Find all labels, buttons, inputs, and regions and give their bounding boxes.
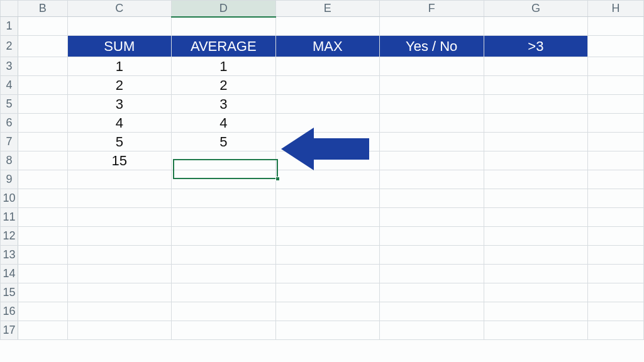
cell-H17[interactable]: [588, 321, 644, 340]
cell-F8[interactable]: [379, 151, 484, 170]
cell-B16[interactable]: [18, 302, 67, 321]
cell-B12[interactable]: [18, 227, 67, 246]
row-header-7[interactable]: 7: [1, 133, 18, 151]
cell-H10[interactable]: [588, 189, 644, 208]
col-header-G[interactable]: G: [484, 1, 588, 17]
cell-D13[interactable]: [171, 246, 275, 265]
cell-G3[interactable]: [484, 57, 588, 76]
cell-B17[interactable]: [18, 321, 67, 340]
cell-D4[interactable]: 2: [171, 76, 275, 95]
cell-G13[interactable]: [484, 246, 588, 265]
cell-E11[interactable]: [275, 208, 379, 227]
cell-C1[interactable]: [67, 17, 171, 36]
cell-E16[interactable]: [275, 302, 379, 321]
cell-H12[interactable]: [588, 227, 644, 246]
row-header-2[interactable]: 2: [1, 36, 18, 57]
cell-D6[interactable]: 4: [171, 114, 275, 133]
cell-B11[interactable]: [18, 208, 67, 227]
cell-G10[interactable]: [484, 189, 588, 208]
cell-F4[interactable]: [379, 76, 484, 95]
row-header-4[interactable]: 4: [1, 76, 18, 95]
cell-B8[interactable]: [18, 151, 67, 170]
cell-D15[interactable]: [171, 283, 275, 302]
fill-handle[interactable]: [275, 177, 280, 181]
header-sum[interactable]: SUM: [67, 36, 171, 57]
header-yesno[interactable]: Yes / No: [379, 36, 484, 57]
cell-B4[interactable]: [18, 76, 67, 95]
cell-H6[interactable]: [588, 114, 644, 133]
cell-B10[interactable]: [18, 189, 67, 208]
cell-G1[interactable]: [484, 17, 588, 36]
cell-D17[interactable]: [171, 321, 275, 340]
cell-F16[interactable]: [379, 302, 484, 321]
cell-F5[interactable]: [379, 95, 484, 114]
col-header-E[interactable]: E: [275, 1, 379, 17]
row-header-16[interactable]: 16: [1, 302, 18, 321]
cell-H14[interactable]: [588, 265, 644, 283]
col-header-H[interactable]: H: [588, 1, 644, 17]
cell-G4[interactable]: [484, 76, 588, 95]
cell-F9[interactable]: [379, 170, 484, 189]
cell-H5[interactable]: [588, 95, 644, 114]
cell-H13[interactable]: [588, 246, 644, 265]
cell-C5[interactable]: 3: [67, 95, 171, 114]
cell-F1[interactable]: [379, 17, 484, 36]
cell-E10[interactable]: [275, 189, 379, 208]
header-gt3[interactable]: >3: [484, 36, 588, 57]
cell-C3[interactable]: 1: [67, 57, 171, 76]
cell-F6[interactable]: [379, 114, 484, 133]
cell-D11[interactable]: [171, 208, 275, 227]
row-header-9[interactable]: 9: [1, 170, 18, 189]
cell-C13[interactable]: [67, 246, 171, 265]
cell-E7[interactable]: [275, 133, 379, 151]
cell-D5[interactable]: 3: [171, 95, 275, 114]
corner-cell[interactable]: [1, 1, 18, 17]
spreadsheet-grid[interactable]: B C D E F G H 1 2 SUM AVERAGE MAX Yes / …: [0, 0, 644, 340]
col-header-B[interactable]: B: [18, 1, 67, 17]
cell-C7[interactable]: 5: [67, 133, 171, 151]
row-header-6[interactable]: 6: [1, 114, 18, 133]
cell-B9[interactable]: [18, 170, 67, 189]
row-header-11[interactable]: 11: [1, 208, 18, 227]
cell-G14[interactable]: [484, 265, 588, 283]
cell-C17[interactable]: [67, 321, 171, 340]
cell-E14[interactable]: [275, 265, 379, 283]
cell-C8[interactable]: 15: [67, 151, 171, 170]
cell-B2[interactable]: [18, 36, 67, 57]
cell-H11[interactable]: [588, 208, 644, 227]
cell-D8[interactable]: [171, 151, 275, 170]
cell-C6[interactable]: 4: [67, 114, 171, 133]
cell-F3[interactable]: [379, 57, 484, 76]
cell-E8[interactable]: [275, 151, 379, 170]
cell-E12[interactable]: [275, 227, 379, 246]
cell-B6[interactable]: [18, 114, 67, 133]
cell-D10[interactable]: [171, 189, 275, 208]
row-header-5[interactable]: 5: [1, 95, 18, 114]
cell-F11[interactable]: [379, 208, 484, 227]
cell-F14[interactable]: [379, 265, 484, 283]
cell-F10[interactable]: [379, 189, 484, 208]
cell-B14[interactable]: [18, 265, 67, 283]
row-header-15[interactable]: 15: [1, 283, 18, 302]
cell-C4[interactable]: 2: [67, 76, 171, 95]
row-header-1[interactable]: 1: [1, 17, 18, 36]
cell-G15[interactable]: [484, 283, 588, 302]
header-max[interactable]: MAX: [275, 36, 379, 57]
cell-C12[interactable]: [67, 227, 171, 246]
cell-E4[interactable]: [275, 76, 379, 95]
row-header-17[interactable]: 17: [1, 321, 18, 340]
cell-E1[interactable]: [275, 17, 379, 36]
cell-H4[interactable]: [588, 76, 644, 95]
cell-B13[interactable]: [18, 246, 67, 265]
cell-H15[interactable]: [588, 283, 644, 302]
cell-E5[interactable]: [275, 95, 379, 114]
cell-D14[interactable]: [171, 265, 275, 283]
row-header-3[interactable]: 3: [1, 57, 18, 76]
cell-C11[interactable]: [67, 208, 171, 227]
cell-D16[interactable]: [171, 302, 275, 321]
cell-D1[interactable]: [171, 17, 275, 36]
cell-G7[interactable]: [484, 133, 588, 151]
col-header-C[interactable]: C: [67, 1, 171, 17]
cell-G8[interactable]: [484, 151, 588, 170]
cell-G17[interactable]: [484, 321, 588, 340]
